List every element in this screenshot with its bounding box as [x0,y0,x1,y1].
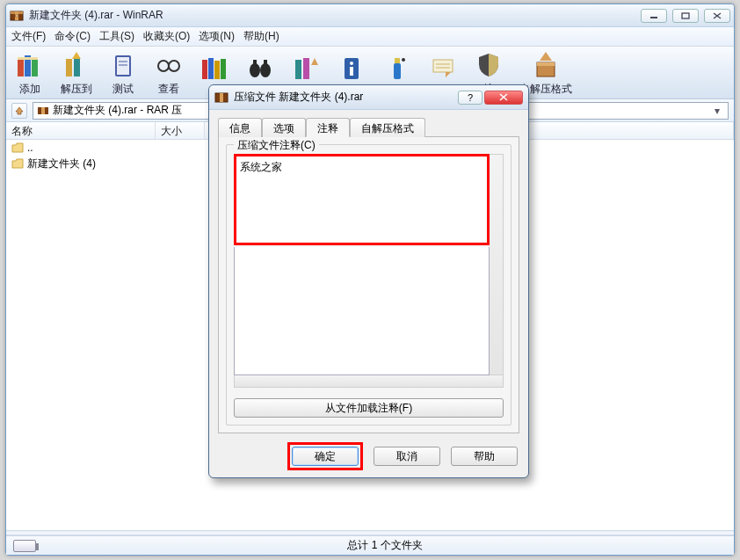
menu-fav[interactable]: 收藏夹(O) [143,29,190,44]
book-test-icon [108,50,138,80]
titlebar: 新建文件夹 (4).rar - WinRAR [6,4,734,27]
tool-extract-label: 解压到 [61,82,92,97]
ok-button[interactable]: 确定 [292,447,359,466]
tool-add-label: 添加 [19,82,40,97]
archive-dialog: 压缩文件 新建文件夹 (4).rar ? 信息 选项 注释 自解压格式 压缩文件… [208,84,529,478]
svg-point-26 [250,63,260,77]
window-title: 新建文件夹 (4).rar - WinRAR [29,8,641,23]
svg-rect-28 [253,60,257,65]
comment-icon [428,53,458,83]
svg-marker-45 [540,52,552,61]
svg-rect-37 [395,58,400,63]
svg-rect-36 [394,63,401,79]
svg-rect-25 [221,59,226,79]
svg-rect-23 [208,58,214,79]
dialog-app-icon [214,91,229,105]
tab-options[interactable]: 选项 [262,118,306,137]
info-icon [337,53,366,83]
svg-rect-29 [264,60,267,65]
dialog-help-button[interactable]: ? [458,91,482,105]
svg-rect-35 [350,67,353,76]
tool-view[interactable]: 查看 [154,50,184,97]
menu-help[interactable]: 帮助(H) [243,29,279,44]
tool-view-label: 查看 [158,82,179,97]
tab-pane: 压缩文件注释(C) 从文件加载注释(F) [218,136,519,433]
scrollbar[interactable] [490,154,504,375]
disk-icon [13,540,36,552]
svg-rect-39 [433,60,453,72]
tab-info[interactable]: 信息 [218,118,262,137]
svg-rect-16 [117,57,129,75]
books-extract-icon [62,50,91,80]
svg-point-34 [350,62,353,65]
comment-group-title: 压缩文件注释(C) [234,138,319,153]
svg-marker-14 [72,52,81,59]
menu-file[interactable]: 文件(F) [11,29,46,44]
svg-rect-48 [41,107,45,114]
books-add-icon [15,50,45,80]
svg-rect-10 [32,58,38,76]
svg-rect-24 [214,61,220,79]
tab-comment[interactable]: 注释 [306,118,350,137]
svg-rect-31 [303,58,309,79]
col-size[interactable]: 大小 [156,122,205,139]
tool-test[interactable]: 测试 [108,50,138,97]
menu-opt[interactable]: 选项(N) [199,29,235,44]
menu-cmd[interactable]: 命令(C) [54,29,91,44]
tool-extract[interactable]: 解压到 [61,50,92,97]
comment-groupbox: 压缩文件注释(C) 从文件加载注释(F) [226,144,511,425]
books-wizard-icon [291,53,321,83]
box-arrow-icon [531,50,561,80]
help-button[interactable]: 帮助 [451,447,518,466]
scrollbar-horizontal[interactable] [234,375,504,388]
dialog-title: 压缩文件 新建文件夹 (4).rar [234,90,453,105]
nav-up-button[interactable] [11,103,27,119]
archive-icon [37,105,49,117]
svg-rect-5 [682,13,689,18]
tool-add[interactable]: 添加 [15,50,45,97]
load-comment-button[interactable]: 从文件加载注释(F) [234,398,504,418]
tool-test-label: 测试 [112,82,134,97]
svg-point-27 [260,63,271,77]
dialog-body: 信息 选项 注释 自解压格式 压缩文件注释(C) [209,110,528,440]
comment-textarea[interactable] [236,156,487,243]
app-icon [10,9,24,23]
glasses-icon [154,50,184,80]
highlight-ok: 确定 [287,442,363,470]
path-dropdown-icon[interactable]: ▾ [710,105,724,117]
svg-rect-44 [537,62,555,66]
col-name[interactable]: 名称 [6,122,156,139]
svg-rect-12 [66,59,72,76]
svg-marker-32 [311,58,318,65]
dialog-close-button[interactable] [484,91,523,105]
svg-rect-30 [295,60,301,79]
svg-marker-42 [446,72,451,77]
svg-rect-22 [202,60,207,79]
svg-rect-3 [16,15,18,17]
maximize-button[interactable] [672,9,699,23]
minimize-button[interactable] [641,9,667,23]
menu-tool[interactable]: 工具(S) [99,29,134,44]
dialog-button-row: 确定 取消 帮助 [209,440,528,477]
svg-rect-50 [220,93,223,102]
shield-icon [474,50,504,80]
path-text: 新建文件夹 (4).rar - RAR 压 [53,103,182,118]
status-text: 总计 1 个文件夹 [43,538,727,553]
comment-textarea-lower[interactable] [234,247,490,375]
statusbar: 总计 1 个文件夹 [6,535,734,555]
binoculars-icon [245,53,275,83]
cancel-button[interactable]: 取消 [374,447,440,466]
books-color-icon [200,53,229,83]
folder-icon [11,158,24,169]
list-item-up-label: .. [27,142,33,154]
close-button[interactable] [704,9,730,23]
list-item-label: 新建文件夹 (4) [27,156,96,171]
highlight-comment-top [234,154,490,245]
tab-sfx[interactable]: 自解压格式 [350,118,425,137]
insecticide-icon [382,53,412,83]
tabstrip: 信息 选项 注释 自解压格式 [218,117,519,136]
window-buttons [641,9,730,23]
svg-rect-13 [74,57,80,76]
menubar: 文件(F) 命令(C) 工具(S) 收藏夹(O) 选项(N) 帮助(H) [6,27,734,47]
dialog-titlebar: 压缩文件 新建文件夹 (4).rar ? [209,85,528,110]
